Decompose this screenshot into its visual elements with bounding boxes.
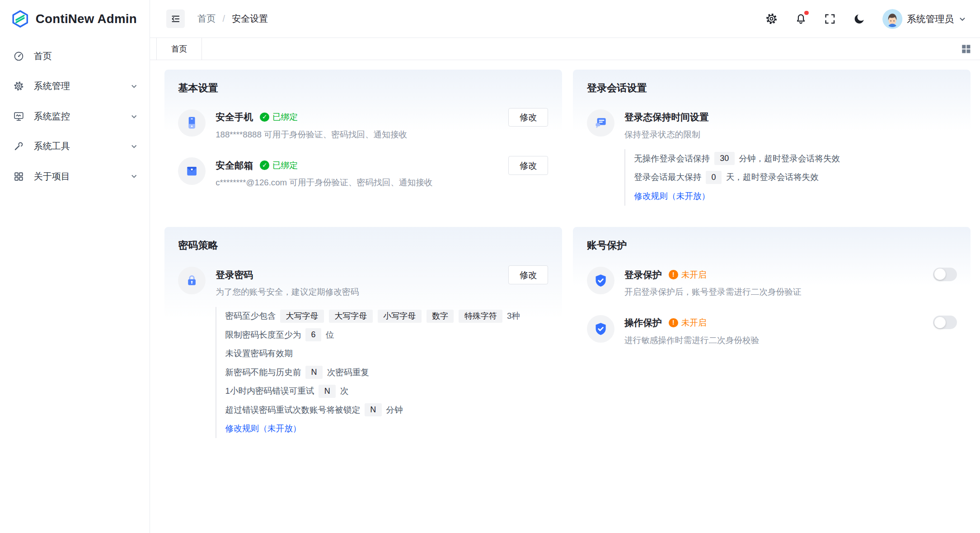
phone-icon (178, 109, 206, 137)
modify-password-rules-link[interactable]: 修改规则（未开放） (225, 420, 499, 438)
email-desc: 可用于身份验证、密码找回、通知接收 (289, 178, 432, 187)
rule-expiry: 未设置密码有效期 (225, 344, 499, 363)
modify-phone-button[interactable]: 修改 (508, 108, 548, 127)
user-menu[interactable]: 系统管理员 (882, 9, 966, 29)
rule-text: 无操作登录会话保持 (634, 153, 710, 165)
badge-label: 未开启 (681, 268, 707, 281)
action-protection-toggle[interactable] (933, 316, 957, 329)
rule-lockout: 超过错误密码重试次数账号将被锁定 N 分钟 (225, 401, 499, 419)
check-circle-icon: ✓ (260, 160, 269, 170)
card-title: 基本设置 (178, 81, 548, 95)
badge-label: 已绑定 (272, 110, 298, 123)
sidebar-item-system-monitor[interactable]: 系统监控 (0, 101, 150, 131)
monitor-icon (13, 111, 24, 122)
toggle-knob (934, 317, 946, 328)
shield-check-icon (587, 315, 614, 343)
security-phone-info: 安全手机 ✓ 已绑定 188****8888 可用于身份验证、密码找回、通知接收 (216, 109, 498, 141)
session-info: 登录态保持时间设置 保持登录状态的限制 无操作登录会话保持 30 分钟，超时登录… (624, 109, 957, 206)
login-password-info: 登录密码 为了您的账号安全，建议定期修改密码 密码至少包含 大写字母 大写字母 … (216, 267, 498, 438)
app-logo-icon (11, 9, 29, 28)
shield-check-icon (587, 267, 614, 294)
bound-badge: ✓ 已绑定 (260, 159, 298, 172)
dashboard-icon (13, 51, 24, 62)
fullscreen-button[interactable] (824, 12, 837, 25)
charset-tags: 大写字母 大写字母 小写字母 数字 特殊字符 (280, 310, 502, 323)
action-protection-row: 操作保护 ! 未开启 进行敏感操作时需进行二次身份校验 (587, 315, 957, 346)
gear-icon (765, 12, 778, 25)
rule-text: 密码至少包含 (225, 310, 276, 322)
menu-fold-icon (170, 14, 181, 24)
main-area: 首页 / 安全设置 (150, 0, 980, 533)
session-title: 登录态保持时间设置 (624, 110, 709, 123)
session-desc: 保持登录状态的限制 (624, 129, 957, 141)
not-enabled-badge: ! 未开启 (669, 268, 707, 281)
chat-icon (587, 109, 614, 137)
sidebar-item-system-management[interactable]: 系统管理 (0, 71, 150, 101)
sidebar-item-system-tools[interactable]: 系统工具 (0, 131, 150, 161)
chevron-down-icon (958, 15, 966, 23)
tab-label: 首页 (171, 43, 188, 54)
security-email-info: 安全邮箱 ✓ 已绑定 c********@126.com 可用于身份验证、密码找… (216, 157, 498, 189)
rule-history: 新密码不能与历史前 N 次密码重复 (225, 363, 499, 382)
rule-text: 1小时内密码错误可重试 (225, 385, 314, 397)
login-protection-toggle[interactable] (933, 268, 957, 281)
sidebar: ContiNew Admin 首页 系统管理 (0, 0, 150, 533)
login-protection-row: 登录保护 ! 未开启 开启登录保护后，账号登录需进行二次身份验证 (587, 267, 957, 298)
app-logo-row[interactable]: ContiNew Admin (0, 0, 150, 38)
card-title: 账号保护 (587, 239, 957, 252)
breadcrumb-home[interactable]: 首页 (197, 13, 216, 25)
avatar (882, 9, 902, 29)
sidebar-item-home[interactable]: 首页 (0, 41, 150, 71)
rule-text: 限制密码长度至少为 (225, 329, 301, 341)
app-title: ContiNew Admin (36, 12, 137, 26)
notifications-button[interactable] (794, 12, 808, 25)
tab-actions-button[interactable] (961, 38, 980, 59)
login-protection-title: 登录保护 (624, 268, 662, 281)
breadcrumb-current: 安全设置 (232, 13, 268, 25)
tab-bar: 首页 (150, 38, 980, 60)
charset-tag: 小写字母 (378, 310, 422, 323)
rule-text: 天，超时登录会话将失效 (726, 171, 819, 183)
card-password-policy: 密码策略 登录密码 为了您的账号安全，建议定期修改密码 (164, 227, 562, 448)
tab-home[interactable]: 首页 (156, 38, 202, 59)
security-phone-title: 安全手机 (216, 110, 253, 123)
rule-value: N (365, 403, 382, 416)
login-password-row: 登录密码 为了您的账号安全，建议定期修改密码 密码至少包含 大写字母 大写字母 … (178, 267, 548, 438)
sidebar-collapse-button[interactable] (166, 9, 185, 28)
not-enabled-badge: ! 未开启 (669, 316, 707, 329)
lock-icon (178, 267, 206, 294)
top-header: 首页 / 安全设置 (150, 0, 980, 38)
rule-min-length: 限制密码长度至少为 6 位 (225, 325, 499, 344)
sidebar-menu: 首页 系统管理 系统监控 (0, 38, 150, 191)
email-value: c********@126.com (216, 178, 287, 187)
chevron-down-icon (130, 112, 138, 121)
session-rules: 无操作登录会话保持 30 分钟，超时登录会话将失效 登录会话最大保持 0 天，超… (624, 149, 957, 205)
grid-icon (13, 171, 24, 182)
dark-mode-button[interactable] (853, 12, 867, 25)
moon-icon (853, 13, 867, 25)
sidebar-item-label: 首页 (34, 50, 52, 62)
charset-tag: 特殊字符 (459, 310, 502, 323)
settings-button[interactable] (765, 12, 778, 25)
rule-value: 0 (706, 171, 722, 184)
charset-tag: 数字 (427, 310, 454, 323)
chevron-down-icon (130, 172, 138, 180)
card-account-protection: 账号保护 登录保护 ! 未开启 开启登 (573, 227, 971, 366)
mail-icon (178, 157, 206, 185)
modify-email-button[interactable]: 修改 (508, 156, 548, 175)
user-name: 系统管理员 (907, 13, 954, 25)
rule-text: 未设置密码有效期 (225, 348, 293, 359)
rule-text: 新密码不能与历史前 (225, 367, 301, 378)
sidebar-item-label: 系统管理 (34, 80, 70, 92)
rule-text: 次密码重复 (327, 367, 369, 378)
rule-max-duration: 登录会话最大保持 0 天，超时登录会话将失效 (634, 168, 957, 187)
rule-idle-timeout: 无操作登录会话保持 30 分钟，超时登录会话将失效 (634, 149, 957, 168)
wrench-icon (13, 141, 24, 152)
rule-value: N (305, 366, 323, 379)
card-basic-settings: 基本设置 安全手机 ✓ 已绑定 (164, 70, 562, 217)
modify-session-rules-link[interactable]: 修改规则（未开放） (634, 187, 957, 205)
sidebar-item-about[interactable]: 关于项目 (0, 161, 150, 191)
fullscreen-icon (824, 13, 837, 25)
modify-password-button[interactable]: 修改 (508, 265, 548, 284)
login-password-title: 登录密码 (216, 268, 253, 281)
